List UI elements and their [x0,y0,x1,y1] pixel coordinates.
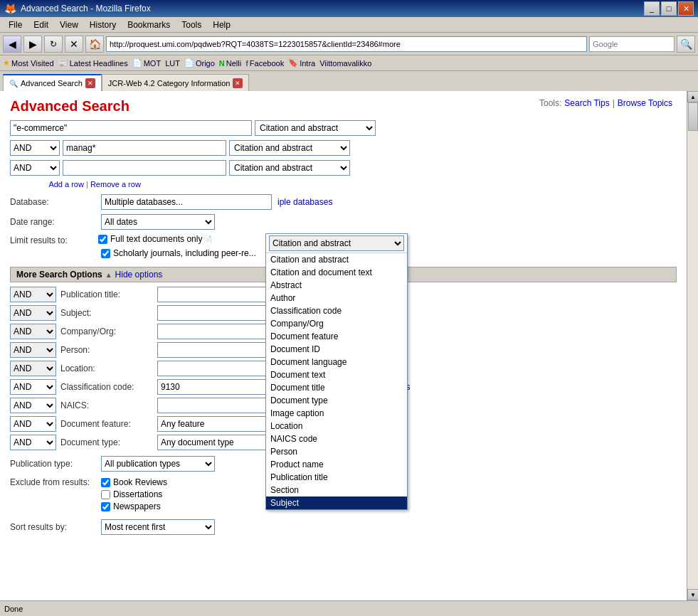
dropdown-item-naics[interactable]: NAICS code [266,432,407,445]
dropdown-item-citation-doc[interactable]: Citation and document text [266,266,407,279]
menu-history[interactable]: History [84,18,122,31]
stop-button[interactable]: ✕ [65,36,83,53]
remove-row-link[interactable]: Remove a row [90,180,141,188]
close-button[interactable]: ✕ [678,1,694,16]
menu-file[interactable]: File [3,18,28,31]
search-input-3[interactable] [63,160,226,176]
fb-icon: f [245,59,248,68]
field-select-2[interactable]: Citation and abstract [229,140,350,156]
newspapers-checkbox[interactable] [101,502,110,511]
dissertations-checkbox[interactable] [101,490,110,499]
scrollbar: ▲ ▼ [687,91,698,600]
doc-icon: 📄 [203,235,212,243]
search-input-2[interactable] [63,140,226,156]
field-select-1[interactable]: Citation and abstract [255,120,376,136]
dropdown-item-doc-title[interactable]: Document title [266,381,407,394]
bookmark-viittoma[interactable]: Viittomavalikko [319,59,371,68]
minimize-button[interactable]: _ [644,1,660,16]
dropdown-item-image-caption[interactable]: Image caption [266,407,407,420]
op-naics[interactable]: AND [10,398,56,413]
op-subject[interactable]: AND [10,305,56,321]
operator-select-3[interactable]: AND OR NOT [10,160,60,176]
scrollbar-track[interactable] [687,102,698,589]
dropdown-item-doc-id[interactable]: Document ID [266,343,407,356]
browser-search-button[interactable]: 🔍 [677,36,695,53]
bookmark-origo[interactable]: 📄 Origo [184,58,215,68]
dropdown-item-citation-abstract[interactable]: Citation and abstract [266,253,407,266]
browse-topics-link[interactable]: Browse Topics [618,98,672,108]
home-button[interactable]: 🏠 [85,36,104,53]
menu-edit[interactable]: Edit [28,18,54,31]
op-company[interactable]: AND [10,324,56,339]
status-text: Done [4,605,23,613]
book-reviews-checkbox[interactable] [101,478,110,487]
bookmark-lut[interactable]: LUT [165,59,180,68]
location-label: Location: [60,363,153,373]
full-text-checkbox[interactable] [98,235,107,244]
menu-tools[interactable]: Tools [176,18,207,31]
op-classification[interactable]: AND [10,379,56,395]
scroll-down-button[interactable]: ▼ [687,589,698,600]
maximize-button[interactable]: □ [661,1,677,16]
dropdown-item-location[interactable]: Location [266,420,407,432]
date-range-label: Date range: [10,217,95,227]
dropdown-item-doc-lang[interactable]: Document language [266,356,407,368]
bookmark-intra[interactable]: 🔖 Intra [288,58,315,68]
scholarly-checkbox[interactable] [101,249,110,258]
op-doc-feature[interactable]: AND [10,416,56,432]
dropdown-item-subject[interactable]: Subject [266,496,407,509]
dropdown-item-abstract[interactable]: Abstract [266,279,407,292]
menu-help[interactable]: Help [207,18,236,31]
hide-options-link[interactable]: Hide options [115,270,163,280]
browser-search-input[interactable] [589,36,675,52]
op-person[interactable]: AND [10,342,56,358]
dropdown-item-doc-type[interactable]: Document type [266,394,407,407]
sort-select[interactable]: Most recent first [101,519,215,535]
bookmark-facebook[interactable]: f Facebook [245,59,284,68]
bookmark-most-visited[interactable]: ★ Most Visited [3,58,54,68]
bookmarks-bar: ★ Most Visited 📰 Latest Headlines 📄 MOT … [0,55,698,71]
scrollbar-thumb[interactable] [688,102,698,131]
date-range-row: Date range: All dates [10,214,677,230]
menu-view[interactable]: View [54,18,84,31]
dropdown-item-section[interactable]: Section [266,484,407,496]
feed-icon: 📰 [58,58,68,68]
op-pub-title[interactable]: AND [10,287,56,302]
operator-select-2[interactable]: AND OR NOT [10,140,60,156]
dropdown-item-classification[interactable]: Classification code [266,304,407,317]
back-button[interactable]: ◀ [3,36,21,53]
dropdown-item-company[interactable]: Company/Org [266,317,407,330]
menu-bookmarks[interactable]: Bookmarks [122,18,176,31]
reload-button[interactable]: ↻ [44,36,63,53]
dropdown-item-doc-text[interactable]: Document text [266,368,407,381]
tab-advanced-search[interactable]: 🔍 Advanced Search ✕ [3,74,102,91]
sort-row: Sort results by: Most recent first [10,519,677,535]
bookmark-mot[interactable]: 📄 MOT [132,58,161,68]
date-range-select[interactable]: All dates [101,214,215,230]
dropdown-item-author[interactable]: Author [266,292,407,304]
forward-button[interactable]: ▶ [23,36,42,53]
book-reviews-row: Book Reviews [101,477,167,487]
url-bar[interactable] [106,36,587,52]
op-doc-type[interactable]: AND [10,435,56,450]
field-select-3[interactable]: Citation and abstract [229,160,350,176]
bookmark-nelli[interactable]: N Nelli [219,59,241,68]
dropdown-header-select[interactable]: Citation and abstract [269,235,404,251]
dropdown-item-doc-feature[interactable]: Document feature [266,330,407,343]
dropdown-item-pub-title[interactable]: Publication title [266,471,407,484]
dropdown-item-person[interactable]: Person [266,445,407,458]
add-row-link[interactable]: Add a row [48,180,84,188]
multiple-databases-link[interactable]: iple databases [277,197,332,207]
search-tips-link[interactable]: Search Tips [564,98,609,108]
nav-bar: ◀ ▶ ↻ ✕ 🏠 🔍 [0,33,698,55]
dropdown-item-product[interactable]: Product name [266,458,407,471]
tab-jcr[interactable]: JCR-Web 4.2 Category Information ✕ [102,74,250,91]
tab-close-jcr[interactable]: ✕ [233,78,243,88]
database-input[interactable] [101,194,272,210]
pub-type-select[interactable]: All publication types [101,456,215,472]
search-input-1[interactable] [10,120,252,136]
bookmark-headlines[interactable]: 📰 Latest Headlines [58,58,128,68]
tab-close-advanced[interactable]: ✕ [85,78,95,88]
op-location[interactable]: AND [10,361,56,376]
scroll-up-button[interactable]: ▲ [687,91,698,102]
